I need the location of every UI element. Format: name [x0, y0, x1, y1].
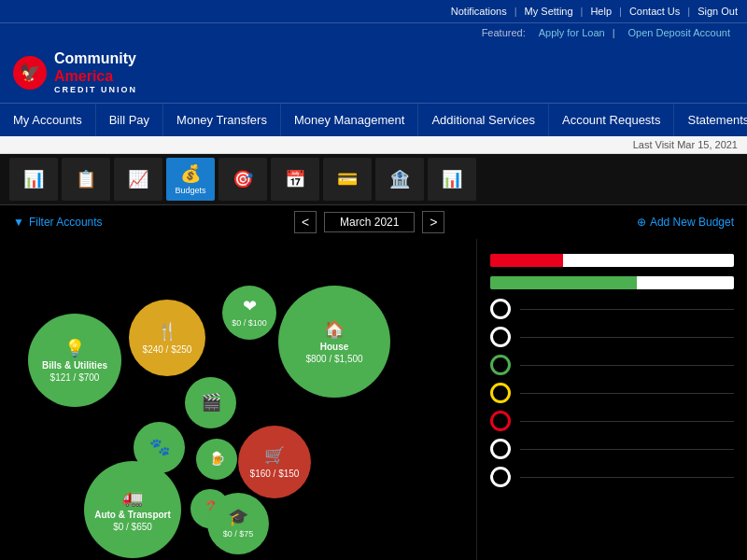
last-visit-bar: Last Visit Mar 15, 2021 [0, 136, 747, 154]
health-amount: $0 / $100 [232, 318, 267, 329]
bubble-education[interactable]: 🎓 $0 / $75 [207, 493, 269, 554]
add-budget-button[interactable]: ⊕ Add New Budget [637, 216, 734, 229]
featured-label: Featured: [482, 27, 526, 38]
month-nav: < March 2021 > [294, 211, 444, 233]
my-setting-link[interactable]: My Setting [525, 6, 573, 17]
health-icon: ❤ [243, 296, 257, 316]
tab-7[interactable]: 🏦 [375, 158, 424, 201]
entertainment-icon: 🎬 [201, 392, 221, 413]
month-label: March 2021 [324, 212, 415, 232]
drinks-icon: 🍺 [209, 451, 225, 466]
education-icon: 🎓 [228, 507, 248, 527]
nav-additional-services[interactable]: Additional Services [418, 104, 549, 136]
bar-section-1 [490, 254, 734, 267]
auto-icon: 🚛 [122, 487, 143, 508]
tab-0[interactable]: 📊 [9, 158, 58, 201]
tab-1[interactable]: 📋 [62, 158, 110, 201]
house-amount: $800 / $1,500 [305, 353, 362, 365]
circle-row-4 [490, 383, 734, 403]
house-icon: 🏠 [324, 319, 345, 340]
circle-green-1 [490, 355, 511, 375]
notifications-link[interactable]: Notifications [451, 6, 507, 17]
nav-money-management[interactable]: Money Management [281, 104, 419, 136]
main-nav: My Accounts Bill Pay Money Transfers Mon… [0, 103, 747, 136]
pets-icon: 🐾 [149, 437, 170, 457]
tab-budgets[interactable]: 💰 Budgets [166, 158, 215, 201]
sign-out-link[interactable]: Sign Out [698, 6, 738, 17]
bubble-food[interactable]: 🍴 $240 / $250 [129, 300, 205, 376]
food-icon: 🍴 [157, 321, 177, 342]
legend-line-3 [520, 365, 734, 366]
prev-month-button[interactable]: < [294, 211, 317, 233]
apply-loan-link[interactable]: Apply for Loan [539, 27, 605, 38]
bubble-bills[interactable]: 💡 Bills & Utilities $121 / $700 [28, 314, 121, 407]
budgets-icon: 💰 [180, 163, 201, 184]
filter-bar: ▼ Filter Accounts < March 2021 > ⊕ Add N… [0, 205, 747, 239]
bar-white-2 [637, 276, 734, 289]
nav-my-accounts[interactable]: My Accounts [0, 104, 96, 136]
circle-row-1 [490, 299, 734, 319]
bubble-house[interactable]: 🏠 House $800 / $1,500 [278, 286, 390, 398]
tab-2[interactable]: 📈 [114, 158, 162, 201]
contact-us-link[interactable]: Contact Us [629, 6, 680, 17]
shopping-amount: $160 / $150 [250, 468, 300, 480]
bubble-entertainment[interactable]: 🎬 [185, 377, 236, 428]
bubble-chart: 💡 Bills & Utilities $121 / $700 🍴 $240 /… [0, 239, 476, 560]
logo-community: Community [54, 50, 136, 66]
circle-white-1 [490, 299, 511, 319]
circle-red-1 [490, 411, 511, 431]
nav-bill-pay[interactable]: Bill Pay [96, 104, 163, 136]
circle-row-2 [490, 327, 734, 347]
legend-line-7 [520, 477, 734, 478]
right-panel [476, 239, 747, 560]
logo-text: Community America CREDIT UNION [54, 49, 137, 95]
nav-statements[interactable]: Statements/Notices [674, 104, 747, 136]
circle-row-7 [490, 467, 734, 487]
filter-label: Filter Accounts [29, 216, 103, 229]
food-amount: $240 / $250 [143, 343, 192, 356]
legend-line-1 [520, 309, 734, 310]
bubble-shopping[interactable]: 🛒 $160 / $150 [238, 426, 311, 498]
last-visit-text: Last Visit Mar 15, 2021 [633, 139, 738, 150]
bar-section-2 [490, 276, 734, 289]
bar-red-1 [490, 254, 563, 267]
bills-amount: $121 / $700 [50, 371, 100, 384]
bills-icon: 💡 [64, 338, 85, 358]
circle-white-2 [490, 327, 511, 347]
tab-8[interactable]: 📊 [428, 158, 476, 201]
nav-account-requests[interactable]: Account Requests [549, 104, 675, 136]
auto-name: Auto & Transport [94, 510, 171, 521]
logo-america: America [54, 68, 113, 84]
bubble-auto[interactable]: 🚛 Auto & Transport $0 / $650 [84, 461, 181, 558]
house-name: House [320, 342, 349, 353]
bar-track-1 [490, 254, 734, 267]
bar-white-1 [563, 254, 734, 267]
tab-5[interactable]: 📅 [271, 158, 319, 201]
legend-line-6 [520, 449, 734, 450]
nav-money-transfers[interactable]: Money Transfers [163, 104, 281, 136]
circle-row-3 [490, 355, 734, 375]
budgets-label: Budgets [175, 186, 205, 195]
add-budget-label: Add New Budget [650, 216, 734, 229]
featured-bar: Featured: Apply for Loan | Open Deposit … [0, 23, 747, 42]
filter-accounts-button[interactable]: ▼ Filter Accounts [13, 216, 103, 229]
bubble-health[interactable]: ❤ $0 / $100 [222, 286, 276, 340]
bar-green-2 [490, 276, 637, 289]
bills-name: Bills & Utilities [42, 360, 107, 371]
tab-6[interactable]: 💳 [323, 158, 372, 201]
help-link[interactable]: Help [590, 6, 612, 17]
next-month-button[interactable]: > [422, 211, 444, 233]
auto-amount: $0 / $650 [113, 521, 152, 533]
shopping-icon: 🛒 [264, 445, 285, 466]
open-deposit-link[interactable]: Open Deposit Account [628, 27, 730, 38]
logo-credit: CREDIT UNION [54, 85, 137, 95]
legend-line-5 [520, 421, 734, 422]
logo-eagle-icon: 🦅 [13, 56, 47, 90]
top-header: Notifications | My Setting | Help | Cont… [0, 0, 747, 103]
circle-row-6 [490, 439, 734, 459]
tab-4[interactable]: 🎯 [218, 158, 267, 201]
circle-row-5 [490, 411, 734, 431]
circle-white-3 [490, 439, 511, 459]
top-bar: Notifications | My Setting | Help | Cont… [0, 0, 747, 23]
bubble-drinks[interactable]: 🍺 [196, 439, 237, 480]
